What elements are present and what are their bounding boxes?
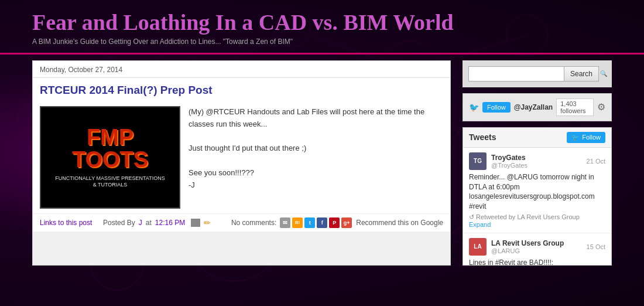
tweet-user: TroyGates @TroyGates (491, 154, 582, 169)
share-gplus-icon[interactable]: g+ (341, 217, 352, 228)
tweet-date: 15 Oct (587, 243, 605, 250)
blog-header: Fear and Loathing In a CAD vs. BIM World… (0, 0, 644, 55)
post-image-fmp: FMP (87, 126, 133, 148)
tweet-avatar: LA (469, 238, 487, 256)
tweet-expand-link[interactable]: Expand (469, 221, 605, 228)
time-link[interactable]: 12:16 PM (155, 219, 185, 227)
tweets-header: Tweets 🐦 Follow (463, 128, 611, 148)
links-to-post-link[interactable]: Links to this post (40, 219, 92, 227)
post-footer: Links to this post Posted By J at 12:16 … (33, 213, 450, 232)
tweets-widget: Tweets 🐦 Follow TG TroyGates @TroyGates (463, 127, 612, 266)
blog-title: Fear and Loathing In a CAD vs. BIM World (32, 11, 612, 35)
post-text: (My) @RTCEUR Handouts and Lab Files will… (189, 106, 443, 209)
follower-count: 1,403 followers (556, 98, 594, 116)
post-text-line1: (My) @RTCEUR Handouts and Lab Files will… (189, 106, 443, 131)
blog-subtitle: A BIM Junkie's Guide to Getting Over an … (32, 38, 612, 46)
share-pinterest-icon[interactable]: P (329, 217, 340, 228)
email-icon (191, 219, 200, 227)
search-button[interactable]: Search (564, 66, 599, 81)
tweets-follow-button[interactable]: 🐦 Follow (567, 132, 605, 143)
tweet-retweet: ↺ Retweeted by LA Revit Users Group (469, 213, 605, 221)
tweet-item: TG TroyGates @TroyGates 21 Oct Reminder.… (463, 148, 611, 233)
tweet-user: LA Revit Users Group @LARUG (491, 239, 582, 254)
post-text-line2: Just thought I'd put that out there ;) (189, 142, 443, 155)
post-title: RTCEUR 2014 Final(?) Prep Post (33, 78, 450, 101)
post-image: FMP TOOTS FUNCTIONALLY MASSIVE PRESENTAT… (40, 106, 180, 209)
tweets-scroll-container: TG TroyGates @TroyGates 21 Oct Reminder.… (463, 148, 611, 265)
search-input[interactable] (468, 66, 564, 81)
share-icons: ✉ B! t f P g+ Recommend this on Google (280, 217, 443, 228)
post-body: FMP TOOTS FUNCTIONALLY MASSIVE PRESENTAT… (33, 101, 450, 213)
post-image-toots: TOOTS (72, 148, 148, 171)
share-twitter-icon[interactable]: t (304, 217, 315, 228)
no-comments-label: No comments: (231, 219, 276, 227)
recommend-text: Recommend this on Google (356, 219, 443, 227)
tweet-name: LA Revit Users Group (491, 239, 582, 247)
share-blog-icon[interactable]: B! (292, 217, 303, 228)
search-widget: Search 🔍 (463, 60, 612, 87)
tweets-follow-label: Follow (582, 134, 601, 141)
tweet-header: LA LA Revit Users Group @LARUG 15 Oct (469, 238, 605, 256)
tweets-bird-icon: 🐦 (571, 134, 580, 141)
follow-button[interactable]: Follow (482, 102, 511, 113)
share-facebook-icon[interactable]: f (317, 217, 327, 228)
post-text-line4: -J (189, 179, 443, 192)
tweet-item: LA LA Revit Users Group @LARUG 15 Oct Li… (463, 233, 611, 265)
tweet-text: Reminder... @LARUG tomorrow night in DTL… (469, 172, 605, 212)
tweets-title: Tweets (469, 132, 496, 142)
post-date: Monday, October 27, 2014 (33, 61, 450, 78)
tweet-text: Lines in #Revit are BAD!!!!: (469, 258, 605, 265)
settings-icon[interactable]: ⚙ (597, 101, 605, 113)
twitter-bird-icon: 🐦 (469, 103, 479, 112)
post-text-line3: See you soon!!!??? (189, 167, 443, 179)
tweet-name: TroyGates (491, 154, 582, 162)
follow-handle: @JayZallan (514, 103, 553, 111)
sidebar: Search 🔍 🐦 Follow @JayZallan 1,403 follo… (463, 60, 612, 266)
post-image-subtitle: FUNCTIONALLY MASSIVE PRESENTATIONS& TUTO… (55, 175, 165, 189)
retweet-icon: ↺ (469, 213, 474, 220)
share-email-icon[interactable]: ✉ (280, 217, 290, 228)
posted-by-text: Posted By (103, 219, 135, 227)
author-link[interactable]: J (139, 219, 142, 227)
tweets-list: TG TroyGates @TroyGates 21 Oct Reminder.… (463, 148, 611, 265)
posted-by-label (95, 219, 100, 227)
main-layout: Monday, October 27, 2014 RTCEUR 2014 Fin… (0, 55, 644, 266)
tweet-date: 21 Oct (587, 158, 605, 165)
tweet-handle: @TroyGates (491, 162, 582, 169)
twitter-follow-widget: 🐦 Follow @JayZallan 1,403 followers ⚙ (463, 93, 612, 121)
tweet-handle: @LARUG (491, 247, 582, 254)
search-small-icon: 🔍 (600, 70, 607, 77)
retweet-text: Retweeted by LA Revit Users Group (476, 213, 580, 220)
at-text: at (146, 219, 152, 227)
edit-icon: ✏ (204, 218, 211, 227)
tweet-header: TG TroyGates @TroyGates 21 Oct (469, 152, 605, 170)
content-area: Monday, October 27, 2014 RTCEUR 2014 Fin… (32, 60, 451, 266)
tweet-avatar: TG (469, 152, 487, 170)
